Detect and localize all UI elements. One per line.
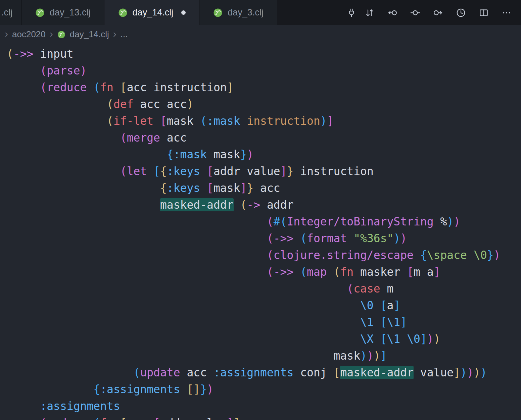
code-editor[interactable]: (->> input (parse) (reduce (fn [acc inst… xyxy=(0,44,521,420)
tab-label: day_3.clj xyxy=(228,7,264,18)
code-line[interactable]: masked-addr (-> addr xyxy=(7,197,521,213)
code-line[interactable]: (->> (map (fn masker [m a] xyxy=(7,264,521,280)
clojure-file-icon xyxy=(57,30,66,39)
tab-bar: .clj day_13.clj day_14.clj xyxy=(0,0,521,25)
editor-actions xyxy=(337,0,521,25)
repl-plug-icon[interactable] xyxy=(346,7,357,18)
more-actions-icon[interactable] xyxy=(501,7,512,18)
code-line[interactable]: (clojure.string/escape {\space \0}) xyxy=(7,247,521,264)
tab-label: .clj xyxy=(1,7,12,18)
clojure-file-icon xyxy=(213,8,223,18)
tab-day-14[interactable]: day_14.clj xyxy=(104,0,200,25)
code-line[interactable]: :assignments xyxy=(7,398,521,415)
breadcrumb-project[interactable]: aoc2020 xyxy=(12,29,46,40)
split-editor-icon[interactable] xyxy=(478,7,489,18)
breadcrumb-symbol-ellipsis[interactable]: ... xyxy=(121,29,128,40)
indent-guide xyxy=(121,177,121,381)
run-to-cursor-icon[interactable] xyxy=(387,7,398,18)
chevron-right-icon: › xyxy=(50,29,53,39)
compare-changes-icon[interactable] xyxy=(364,7,375,18)
tab-label: day_14.clj xyxy=(133,7,174,18)
tab-day-13[interactable]: day_13.clj xyxy=(21,0,104,25)
modified-indicator-dot[interactable] xyxy=(181,10,186,15)
code-line[interactable]: (reduce (fn [acc [addr value]] xyxy=(7,415,521,420)
code-line[interactable]: {:mask mask}) xyxy=(7,146,521,163)
code-line[interactable]: \1 [\1] xyxy=(7,314,521,331)
code-line[interactable]: \X [\1 \0])) xyxy=(7,331,521,348)
code-line[interactable]: (def acc acc) xyxy=(7,96,521,113)
code-line[interactable]: (merge acc xyxy=(7,129,521,146)
code-line[interactable]: (#(Integer/toBinaryString %)) xyxy=(7,213,521,230)
clojure-file-icon xyxy=(118,8,128,18)
code-line[interactable]: (case m xyxy=(7,280,521,297)
run-from-cursor-icon[interactable] xyxy=(432,7,444,18)
code-line[interactable]: {:assignments []}) xyxy=(7,381,521,398)
code-line[interactable]: (parse) xyxy=(7,62,521,79)
code-lines: (->> input (parse) (reduce (fn [acc inst… xyxy=(0,44,521,420)
chevron-right-icon: › xyxy=(113,29,116,39)
code-line[interactable]: (->> input xyxy=(7,46,521,62)
breadcrumb-file[interactable]: day_14.clj xyxy=(70,29,109,40)
code-line[interactable]: mask)))] xyxy=(7,348,521,364)
run-current-form-icon[interactable] xyxy=(410,7,421,18)
history-icon[interactable] xyxy=(455,7,467,18)
clojure-file-icon xyxy=(35,8,45,18)
code-line[interactable]: (reduce (fn [acc instruction] xyxy=(7,79,521,96)
code-line[interactable]: {:keys [mask]} acc xyxy=(7,180,521,197)
tab-label: day_13.clj xyxy=(50,7,91,18)
tab-day-3[interactable]: day_3.clj xyxy=(199,0,277,25)
code-line[interactable]: (let [{:keys [addr value]} instruction xyxy=(7,163,521,180)
tab-partial-file[interactable]: .clj xyxy=(0,0,21,25)
breadcrumb: › aoc2020 › day_14.clj › ... xyxy=(0,25,521,44)
chevron-right-icon: › xyxy=(5,29,8,39)
code-line[interactable]: (->> (format "%36s")) xyxy=(7,230,521,247)
code-line[interactable]: (if-let [mask (:mask instruction)] xyxy=(7,113,521,129)
code-line[interactable]: (update acc :assignments conj [masked-ad… xyxy=(7,364,521,381)
vscode-window: .clj day_13.clj day_14.clj xyxy=(0,0,521,420)
code-line[interactable]: \0 [a] xyxy=(7,297,521,314)
